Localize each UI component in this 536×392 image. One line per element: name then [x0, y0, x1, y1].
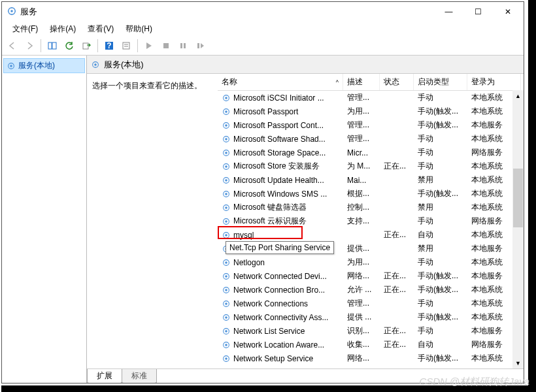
cell-startup: 手动(触发...: [414, 188, 467, 200]
scroll-up-button[interactable]: ▲: [512, 90, 524, 101]
svg-point-23: [225, 97, 227, 99]
service-row[interactable]: Microsoft Software Shad...管理...手动本地系统: [218, 132, 524, 146]
refresh-button[interactable]: [61, 38, 77, 54]
service-row[interactable]: Network Connectivity Ass...提供 ...手动(触发..…: [218, 310, 524, 324]
edge-decoration: [528, 0, 536, 392]
service-row[interactable]: Network Connections管理...手动本地系统: [218, 297, 524, 310]
content-title: 服务(本地): [104, 59, 144, 71]
cell-desc: 识别...: [343, 325, 380, 337]
service-row[interactable]: mysql正在...自动本地系统: [218, 228, 524, 242]
tab-standard[interactable]: 标准: [122, 369, 157, 383]
tree-root-item[interactable]: 服务(本地): [3, 58, 85, 73]
cell-startup: 手动(触发...: [414, 311, 467, 323]
cell-desc: 管理...: [343, 91, 380, 104]
service-row[interactable]: Microsoft iSCSI Initiator ...管理...手动本地系统: [218, 91, 524, 105]
tab-extended[interactable]: 扩展: [87, 369, 122, 383]
svg-point-53: [225, 302, 227, 305]
cell-status: 正在...: [380, 325, 414, 337]
cell-startup: 手动: [414, 146, 467, 159]
cell-name: Network Connectivity Ass...: [218, 312, 343, 323]
cell-desc: [343, 235, 380, 236]
col-name[interactable]: 名称^: [218, 74, 343, 90]
maximize-button[interactable]: ☐: [463, 3, 493, 21]
cell-name: Microsoft iSCSI Initiator ...: [218, 93, 343, 103]
svg-point-1: [10, 10, 13, 12]
cell-status: 正在...: [380, 338, 414, 351]
cell-desc: 网络...: [343, 352, 380, 365]
service-list: 名称^ 描述 状态 启动类型 登录为 Microsoft iSCSI Initi…: [218, 74, 524, 368]
properties-button[interactable]: [118, 38, 134, 54]
export-button[interactable]: [78, 38, 94, 54]
cell-desc: 管理...: [343, 133, 380, 145]
service-row[interactable]: Network List Service识别...正在...手动本地服务: [218, 324, 524, 338]
close-button[interactable]: ✕: [493, 3, 522, 21]
restart-button: [192, 38, 208, 54]
svg-rect-6: [48, 42, 52, 49]
stop-button: [158, 38, 174, 54]
menubar: 文件(F) 操作(A) 查看(V) 帮助(H): [2, 22, 524, 36]
cell-status: [380, 193, 414, 195]
service-row[interactable]: Network Setup Service网络...手动(触发...本地系统: [218, 351, 524, 365]
col-desc[interactable]: 描述: [343, 74, 380, 90]
menu-view[interactable]: 查看(V): [82, 22, 119, 36]
list-header: 名称^ 描述 状态 启动类型 登录为: [218, 74, 524, 91]
cell-startup: 手动: [414, 160, 467, 172]
minimize-button[interactable]: —: [434, 3, 463, 21]
cell-desc: 支持...: [343, 215, 380, 227]
cell-name: mysql: [218, 230, 343, 240]
svg-point-39: [225, 206, 227, 209]
service-row[interactable]: Network Location Aware...收集...正在...自动网络服…: [218, 338, 524, 351]
scrollbar[interactable]: ▲ ▼: [512, 90, 524, 368]
cell-startup: 手动(触发...: [414, 119, 467, 131]
cell-name: Network Setup Service: [218, 353, 343, 364]
tree-root-label: 服务(本地): [18, 60, 55, 71]
cell-desc: 为用...: [343, 105, 380, 118]
svg-point-29: [225, 138, 227, 140]
cell-name: Netlogon: [218, 257, 343, 268]
menu-file[interactable]: 文件(F): [7, 22, 43, 36]
service-row[interactable]: Microsoft Storage Space...Micr...手动网络服务: [218, 146, 524, 159]
svg-rect-11: [123, 42, 129, 49]
menu-help[interactable]: 帮助(H): [120, 22, 158, 36]
service-row[interactable]: Network Connected Devi...网络...正在...手动(触发…: [218, 269, 524, 283]
cell-status: [380, 207, 414, 208]
cell-status: 正在...: [380, 160, 414, 172]
cell-name: Network Connected Devi...: [218, 271, 343, 282]
show-hide-tree-button[interactable]: [44, 38, 60, 54]
cell-desc: 管理...: [343, 297, 380, 310]
cell-name: Microsoft Software Shad...: [218, 134, 343, 144]
service-row[interactable]: Microsoft Passport Cont...管理...手动(触发...本…: [218, 118, 524, 132]
svg-point-37: [225, 193, 227, 195]
menu-action[interactable]: 操作(A): [44, 22, 81, 36]
scroll-down-button[interactable]: ▼: [512, 357, 524, 368]
svg-point-47: [225, 261, 227, 264]
forward-button: [22, 38, 37, 54]
cell-name: Microsoft Storage Space...: [218, 148, 343, 158]
content-header: 服务(本地): [87, 56, 524, 74]
col-startup[interactable]: 启动类型: [414, 74, 467, 90]
cell-name: Network List Service: [218, 326, 343, 336]
svg-point-55: [225, 316, 227, 319]
svg-rect-8: [83, 43, 88, 49]
service-row[interactable]: Network Connection Bro...允许 ...正在...手动(触…: [218, 283, 524, 297]
col-logon[interactable]: 登录为: [467, 74, 521, 90]
svg-point-19: [10, 65, 12, 67]
service-row[interactable]: Netlogon为用...手动本地系统: [218, 255, 524, 269]
service-row[interactable]: Microsoft Windows SMS ...根据...手动(触发...本地…: [218, 187, 524, 201]
cell-startup: 手动(触发...: [414, 105, 467, 118]
cell-status: [380, 221, 414, 222]
svg-point-35: [225, 179, 227, 182]
service-row[interactable]: Microsoft Passport为用...手动(触发...本地系统: [218, 105, 524, 118]
edge-decoration: [1, 385, 528, 392]
cell-startup: 自动: [414, 338, 467, 351]
cell-desc: Mai...: [343, 175, 380, 186]
cell-desc: Micr...: [343, 148, 380, 158]
service-row[interactable]: Microsoft Store 安装服务为 M...正在...手动本地系统: [218, 159, 524, 173]
service-row[interactable]: Microsoft 云标识服务支持...手动网络服务: [218, 214, 524, 228]
col-status[interactable]: 状态: [380, 74, 414, 90]
help-button[interactable]: ?: [101, 38, 117, 54]
service-row[interactable]: Microsoft 键盘筛选器控制...禁用本地系统: [218, 201, 524, 214]
scroll-thumb[interactable]: [513, 169, 523, 227]
gear-icon: [91, 60, 100, 69]
service-row[interactable]: Microsoft Update Health...Mai...禁用本地系统: [218, 173, 524, 187]
